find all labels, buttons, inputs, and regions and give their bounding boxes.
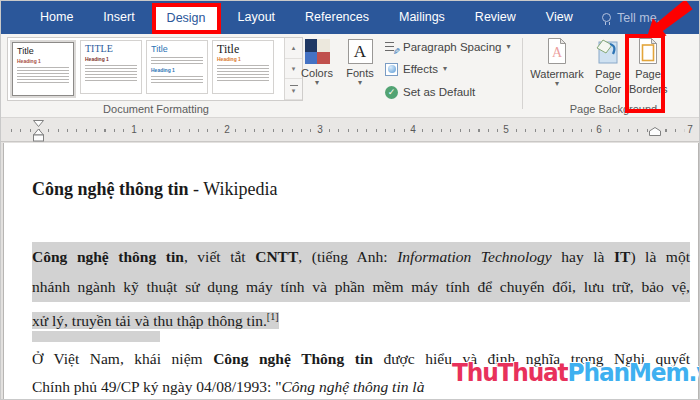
thumbnail-heading: Heading 1	[217, 56, 269, 62]
page-color-label-line2: Color	[589, 83, 627, 95]
thumbnail-title: Title	[17, 46, 69, 56]
design-tab-red-highlight: Design	[152, 3, 221, 34]
tab-review[interactable]: Review	[460, 1, 531, 34]
text-segment: Ở Việt Nam, khái niệm	[32, 350, 213, 367]
thumbnail-title: Title	[151, 44, 203, 54]
horizontal-ruler: 1 2 3 4 5 6 7	[1, 118, 700, 142]
ruler-mark: 1	[128, 123, 140, 136]
style-set-thumbnail-2[interactable]: TITLE Heading 1	[80, 40, 142, 94]
ruler-ticks	[11, 129, 693, 132]
colors-button[interactable]: Colors ▾	[297, 37, 337, 87]
right-indent-marker[interactable]	[649, 127, 661, 136]
group-separator	[522, 38, 523, 109]
document-page[interactable]: Công nghệ thông tin - Wikipedia Công ngh…	[3, 143, 699, 400]
ruler-mark: 2	[221, 123, 233, 136]
fonts-button[interactable]: Fonts ▾	[340, 37, 380, 87]
thumbnail-bodytext-lines	[17, 67, 69, 85]
left-indent-marker[interactable]	[32, 120, 45, 142]
tab-mailings[interactable]: Mailings	[384, 1, 460, 34]
tab-references[interactable]: References	[290, 1, 384, 34]
watermark-blue-part: PhanMem	[568, 359, 689, 387]
group-label-page-background: Page Background	[536, 103, 691, 115]
paragraph-spacing-label: Paragraph Spacing	[403, 41, 501, 53]
ribbon: Title Heading 1 TITLE Heading 1 Title He…	[1, 34, 700, 118]
style-set-thumbnail-4[interactable]: Title Heading 1	[212, 40, 274, 94]
chevron-down-icon: ▾	[506, 43, 510, 51]
paragraph1-line3: xử lý, truyền tải và thu thập thông tin.…	[32, 302, 690, 332]
thumbnail-title: Title	[217, 44, 269, 54]
text-segment: , viết tắt	[184, 248, 255, 265]
text-segment: Công nghệ Thông tin	[213, 350, 373, 367]
watermark-button[interactable]: A Watermark ▾	[528, 37, 586, 88]
watermark-red-part: ThuThuat	[452, 359, 568, 387]
selection-remainder-bar	[32, 331, 160, 342]
text-segment: Công nghệ thông tin	[32, 248, 184, 265]
chevron-down-icon: ▾	[443, 65, 447, 73]
ribbon-tab-bar: Home Insert Design Layout References Mai…	[1, 1, 700, 34]
text-segment: CNTT	[255, 248, 298, 265]
thumbnail-heading: Heading 1	[151, 67, 203, 73]
tab-design[interactable]: Design	[156, 7, 217, 30]
paragraph1-line1: Công nghệ thông tin, viết tắt CNTT, (tiế…	[32, 242, 690, 272]
thumbnail-title: TITLE	[85, 44, 137, 54]
text-segment: , (tiếng Anh:	[298, 248, 397, 265]
svg-text:A: A	[552, 45, 563, 60]
set-as-default-label: Set as Default	[403, 86, 475, 98]
word-window: Home Insert Design Layout References Mai…	[0, 0, 700, 400]
page-borders-icon	[637, 37, 659, 65]
text-segment: Information Technology	[397, 248, 552, 265]
text-segment: IT	[614, 248, 630, 265]
style-set-gallery: Title Heading 1 TITLE Heading 1 Title He…	[7, 37, 303, 101]
thuthuatphanmem-watermark: ThuThuatPhanMem.vn	[452, 359, 700, 387]
theme-colors-icon	[305, 39, 330, 64]
ruler-mark: 5	[500, 123, 512, 136]
heading-bold-part: Công nghệ thông tin	[32, 179, 189, 199]
text-segment: hay là	[552, 248, 614, 265]
text-segment: Chính phủ 49/CP ký ngày 04/08/1993: "	[32, 378, 281, 395]
page-color-label-line1: Page	[589, 68, 627, 80]
style-set-thumbnail-1[interactable]: Title Heading 1	[12, 42, 74, 96]
tell-me-label: Tell me...	[617, 11, 667, 25]
selected-style-frame: Title Heading 1	[10, 40, 76, 98]
heading-suffix: - Wikipedia	[189, 179, 278, 199]
thumbnail-heading: Heading 1	[85, 56, 137, 62]
watermark-domain-part: .vn	[689, 359, 700, 387]
page-color-icon	[596, 37, 620, 65]
thumbnail-bodytext-lines	[85, 65, 137, 83]
thumbnail-bodytext-lines	[151, 57, 203, 65]
tab-layout[interactable]: Layout	[223, 1, 291, 34]
paragraph-spacing-button[interactable]: Paragraph Spacing ▾	[385, 39, 510, 55]
page-borders-label-line1: Page	[629, 68, 667, 80]
text-segment: nhánh ngành kỹ thuật sử dụng máy tính và…	[32, 278, 690, 295]
set-as-default-button[interactable]: Set as Default	[385, 84, 475, 100]
thumbnail-bodytext-lines	[151, 76, 203, 84]
text-segment: xử lý, truyền tải và thu thập thông tin.	[32, 312, 267, 329]
effects-button[interactable]: Effects ▾	[385, 61, 447, 77]
theme-fonts-icon	[348, 39, 373, 64]
ruler-mark: 4	[407, 123, 419, 136]
paragraph1-line2: nhánh ngành kỹ thuật sử dụng máy tính và…	[32, 272, 690, 302]
tell-me-box[interactable]: Tell me...	[602, 1, 667, 34]
footnote-reference: [1]	[267, 311, 279, 322]
effects-label: Effects	[403, 63, 438, 75]
style-set-thumbnail-3[interactable]: Title Heading 1	[146, 40, 208, 94]
chevron-down-icon: ▾	[297, 79, 337, 87]
text-segment: Công nghệ thông tin là	[281, 378, 424, 395]
paragraph-spacing-icon	[385, 41, 398, 54]
thumbnail-bodytext-lines	[217, 65, 269, 83]
tab-view[interactable]: View	[531, 1, 588, 34]
tab-insert[interactable]: Insert	[88, 1, 149, 34]
page-borders-button[interactable]: Page Borders	[629, 37, 667, 95]
group-label-document-formatting: Document Formatting	[61, 103, 251, 115]
chevron-down-icon: ▾	[340, 79, 380, 87]
page-color-button[interactable]: Page Color	[589, 37, 627, 95]
tab-home[interactable]: Home	[25, 1, 88, 34]
thumbnail-heading: Heading 1	[17, 58, 69, 64]
effects-icon	[385, 63, 398, 76]
watermark-icon: A	[546, 37, 568, 65]
page-borders-label-line2: Borders	[629, 83, 667, 95]
ruler-mark: 7	[684, 123, 696, 136]
green-check-icon	[385, 86, 398, 99]
document-heading: Công nghệ thông tin - Wikipedia	[32, 179, 277, 200]
chevron-down-icon: ▾	[528, 80, 586, 88]
